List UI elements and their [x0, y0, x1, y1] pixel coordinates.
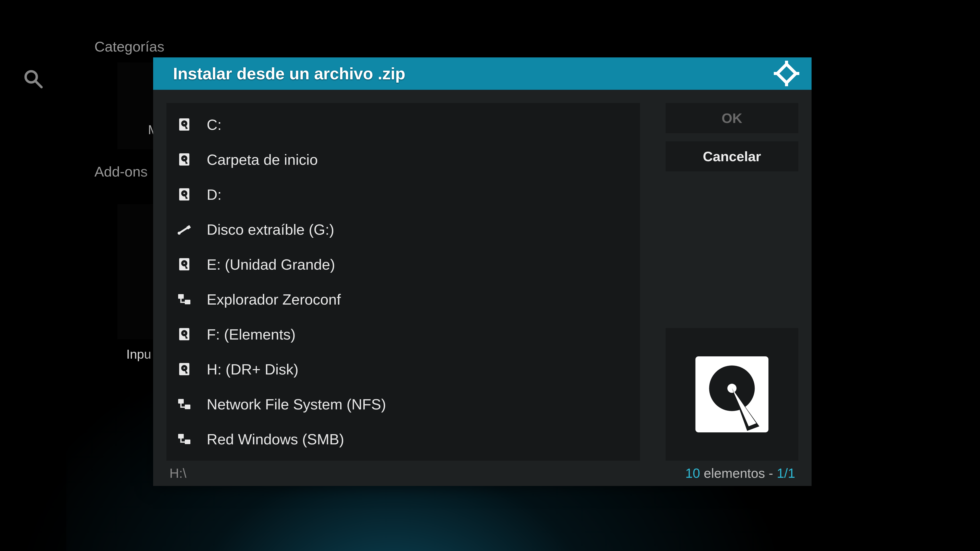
- dialog-body: C:Carpeta de inicioD:Disco extraíble (G:…: [153, 90, 811, 461]
- file-list-item[interactable]: C:: [166, 107, 640, 142]
- hdd-icon: [177, 152, 191, 167]
- file-item-label: Network File System (NFS): [207, 395, 386, 413]
- svg-rect-5: [794, 72, 799, 75]
- usb-icon: [177, 222, 191, 237]
- file-list-item[interactable]: F: (Elements): [166, 317, 640, 352]
- sidebar-rail: [0, 0, 66, 551]
- count-separator: -: [765, 466, 776, 481]
- file-list: C:Carpeta de inicioD:Disco extraíble (G:…: [166, 103, 640, 461]
- dialog-side-column: OK Cancelar: [666, 103, 798, 461]
- dialog-footer: H:\ 10 elementos - 1/1: [153, 461, 811, 486]
- search-icon[interactable]: [23, 69, 43, 89]
- dialog-title: Instalar desde un archivo .zip: [173, 64, 405, 83]
- file-item-label: E: (Unidad Grande): [207, 256, 335, 273]
- svg-line-1: [35, 81, 41, 87]
- file-item-label: H: (DR+ Disk): [207, 361, 298, 378]
- network-icon: [177, 432, 191, 446]
- network-icon: [177, 292, 191, 306]
- file-item-label: F: (Elements): [207, 326, 296, 343]
- file-list-item[interactable]: Carpeta de inicio: [166, 142, 640, 177]
- file-browser-dialog: Instalar desde un archivo .zip C:Carpeta…: [153, 57, 811, 486]
- file-list-item[interactable]: H: (DR+ Disk): [166, 352, 640, 387]
- svg-point-8: [727, 384, 737, 393]
- file-list-item[interactable]: Disco extraíble (G:): [166, 212, 640, 247]
- spacer: [666, 179, 798, 320]
- dialog-header: Instalar desde un archivo .zip: [153, 57, 811, 90]
- item-count: 10 elementos - 1/1: [685, 465, 795, 481]
- hdd-icon: [177, 327, 191, 341]
- file-item-label: Disco extraíble (G:): [207, 221, 334, 238]
- hdd-icon: [177, 362, 191, 376]
- current-path: H:\: [169, 465, 186, 481]
- addons-heading: Add-ons: [94, 163, 148, 180]
- file-list-item[interactable]: Red Windows (SMB): [166, 422, 640, 457]
- file-item-label: Explorador Zeroconf: [207, 291, 341, 308]
- hdd-icon: [177, 187, 191, 202]
- file-item-label: Carpeta de inicio: [207, 151, 318, 168]
- harddrive-icon: [694, 355, 770, 434]
- cancel-button[interactable]: Cancelar: [666, 141, 798, 171]
- file-item-label: C:: [207, 116, 221, 133]
- ok-button[interactable]: OK: [666, 103, 798, 133]
- kodi-logo-icon: [774, 61, 799, 86]
- file-list-item[interactable]: Network File System (NFS): [166, 387, 640, 422]
- count-number: 10: [685, 466, 700, 481]
- svg-rect-4: [774, 72, 780, 75]
- hdd-icon: [177, 118, 191, 132]
- file-item-label: D:: [207, 186, 221, 203]
- file-list-item[interactable]: Explorador Zeroconf: [166, 282, 640, 317]
- network-icon: [177, 397, 191, 411]
- page-indicator: 1/1: [777, 466, 795, 481]
- preview-panel: [666, 328, 798, 461]
- file-item-label: Red Windows (SMB): [207, 430, 344, 448]
- count-word-text: elementos: [704, 466, 765, 481]
- file-list-item[interactable]: D:: [166, 177, 640, 212]
- svg-rect-3: [785, 81, 788, 86]
- svg-rect-2: [785, 61, 788, 66]
- background-tile-caption: Inpu: [126, 347, 151, 362]
- file-list-item[interactable]: E: (Unidad Grande): [166, 247, 640, 282]
- categories-heading: Categorías: [94, 38, 164, 55]
- hdd-icon: [177, 257, 191, 272]
